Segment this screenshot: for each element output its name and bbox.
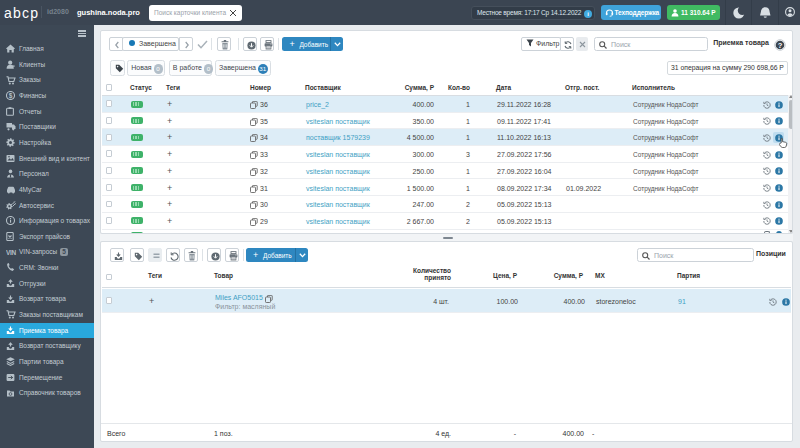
svg-text:?: ? [778,41,783,50]
svg-text:VIN: VIN [6,249,17,256]
svg-text:$: $ [9,92,13,100]
